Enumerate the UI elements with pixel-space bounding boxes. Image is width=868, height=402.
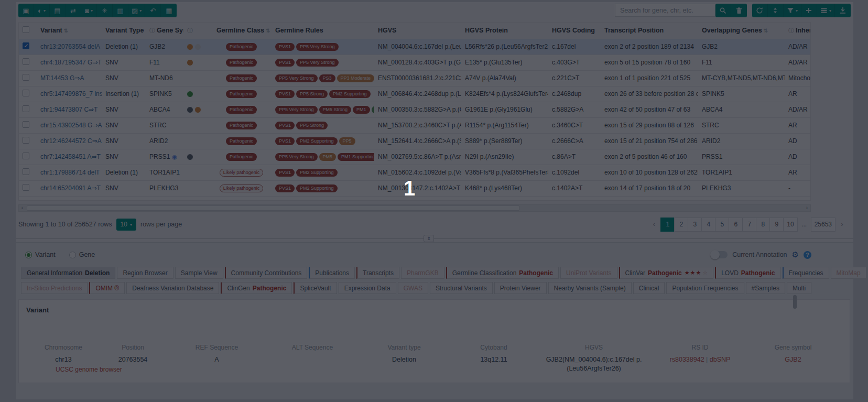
tab-omim[interactable]: OMIM ®	[89, 282, 125, 294]
table-row[interactable]: chr13:20763554 delADeletion (1)GJB2Patho…	[19, 39, 811, 55]
row-checkbox[interactable]	[23, 90, 29, 96]
variant-link[interactable]: chr15:43902548 G⇒A	[40, 122, 102, 129]
row-checkbox[interactable]	[23, 105, 29, 112]
undo-button[interactable]: ↶	[145, 4, 161, 17]
variant-link[interactable]: chr1:179886714 delT	[40, 169, 100, 176]
tab-nearby-variants-sample[interactable]: Nearby Variants (Sample)	[548, 282, 632, 294]
tab-clinvar[interactable]: ClinVarPathogenic★★★☆	[619, 267, 714, 279]
row-checkbox[interactable]	[23, 58, 29, 65]
variant-link[interactable]: chr12:46244572 C⇒A	[40, 137, 102, 145]
tab-deafness-variation-database[interactable]: Deafness Variation Database	[126, 282, 219, 294]
export-file-button[interactable]: ▥	[113, 4, 128, 17]
search-input[interactable]	[615, 4, 715, 17]
row-checkbox[interactable]	[23, 121, 29, 128]
comments-button[interactable]: ◙▾	[81, 4, 97, 17]
tab-community-contributions[interactable]: Community Contributions	[225, 267, 308, 279]
tab-splicevault[interactable]: SpliceVault	[294, 282, 337, 294]
page-8[interactable]: 8	[756, 218, 770, 232]
tab-population-frequencies[interactable]: Population Frequencies	[666, 282, 744, 294]
variant-link[interactable]: chr14:65204091 A⇒T	[40, 184, 101, 192]
table-row[interactable]: chr7:142458451 A⇒TSNVPRSS1◉PathogenicPP5…	[19, 149, 811, 165]
clear-button[interactable]	[731, 4, 747, 17]
page-3[interactable]: 3	[688, 218, 702, 232]
field-value-link[interactable]: dbSNP	[710, 356, 731, 363]
gear-icon[interactable]: ⚙	[792, 250, 799, 259]
table-row[interactable]: chr12:46244572 C⇒ASNVARID2PathogenicPVS1…	[19, 133, 811, 149]
row-checkbox[interactable]	[23, 42, 29, 49]
tab-lovd[interactable]: LOVDPathogenic	[715, 267, 780, 279]
page-9[interactable]: 9	[769, 218, 784, 232]
filter-button[interactable]: ▾	[784, 4, 801, 17]
scroll-left-arrow[interactable]: ‹	[19, 204, 26, 212]
add-button[interactable]	[801, 4, 817, 17]
file-options-button[interactable]: ▨▾	[128, 4, 145, 17]
tab-general-information[interactable]: General InformationDeletion	[21, 267, 115, 279]
transfer-button[interactable]: ⇄	[66, 4, 81, 17]
panel-scrollbar-thumb[interactable]	[793, 295, 797, 309]
search-button[interactable]	[715, 4, 731, 17]
tab-samples[interactable]: #Samples	[746, 282, 785, 294]
tab-region-browser[interactable]: Region Browser	[117, 267, 173, 279]
tab-transcripts[interactable]: Transcripts	[356, 267, 399, 279]
select-all-checkbox[interactable]	[23, 26, 29, 33]
download-button[interactable]	[835, 4, 851, 17]
variant-link[interactable]: chr4:187195347 G⇒T	[40, 59, 102, 66]
variant-link[interactable]: chr7:142458451 A⇒T	[40, 153, 101, 160]
tab-frequencies[interactable]: Frequencies	[783, 267, 829, 279]
tab-germline-classification[interactable]: Germline ClassificationPathogenic	[446, 267, 559, 279]
row-checkbox[interactable]	[23, 184, 29, 191]
table-row[interactable]: MT:14453 G⇒ASNVMT-ND6PathogenicPP5 Very …	[19, 70, 811, 86]
resize-handle[interactable]: ⇕	[424, 235, 434, 242]
radio-variant[interactable]: Variant	[25, 251, 56, 258]
row-checkbox[interactable]	[23, 74, 29, 81]
row-checkbox[interactable]	[23, 168, 29, 175]
field-value-link[interactable]: GJB2	[785, 356, 801, 363]
next-page[interactable]: ›	[835, 218, 849, 232]
tab-protein-viewer[interactable]: Protein Viewer	[494, 282, 547, 294]
variant-highlight-button[interactable]: ✳	[97, 4, 113, 17]
page-2[interactable]: 2	[674, 218, 688, 232]
page-10[interactable]: 10	[783, 218, 797, 232]
print-button[interactable]: ▤	[50, 4, 66, 17]
current-annotation-toggle[interactable]	[711, 251, 728, 258]
table-row[interactable]: chr15:43902548 G⇒ASNVSTRCPathogenicPVS1P…	[19, 117, 811, 133]
page-1[interactable]: 1	[660, 218, 675, 232]
tab-clinical[interactable]: Clinical	[633, 282, 665, 294]
tab-structural-variants[interactable]: Structural Variants	[430, 282, 493, 294]
variant-link[interactable]: chr13:20763554 delA	[40, 43, 100, 50]
tab-sample-view[interactable]: Sample View	[175, 267, 223, 279]
tab-publications[interactable]: Publications	[309, 267, 355, 279]
tab-clingen[interactable]: ClinGenPathogenic	[221, 282, 292, 294]
variant-link[interactable]: MT:14453 G⇒A	[40, 74, 84, 82]
page-25653[interactable]: 25653	[811, 218, 836, 232]
contrast-button[interactable]: ◐▾	[34, 4, 50, 17]
table-row[interactable]: chr5:147499876_7 insAInsertion (1)SPINK5…	[19, 86, 811, 102]
refresh-button[interactable]	[752, 4, 768, 17]
variant-link[interactable]: chr5:147499876_7 insA	[40, 90, 102, 97]
scroll-right-arrow[interactable]: ›	[804, 204, 810, 212]
help-icon[interactable]: ?	[804, 251, 811, 259]
tab-expression-data[interactable]: Expression Data	[339, 282, 396, 294]
page-5[interactable]: 5	[715, 218, 729, 232]
tab-value: Pathogenic	[648, 269, 682, 277]
page-size-select[interactable]: 10 ▾	[116, 219, 136, 231]
row-checkbox[interactable]	[23, 137, 29, 144]
radio-gene[interactable]: Gene	[69, 251, 95, 258]
field-value-link[interactable]: rs80338942	[670, 356, 704, 363]
page-7[interactable]: 7	[742, 218, 756, 232]
row-checkbox[interactable]	[23, 153, 29, 159]
scrollbar-thumb[interactable]	[27, 205, 519, 211]
table-row[interactable]: chr1:94473807 C⇒TSNVABCA4PathogenicPP5 V…	[19, 102, 811, 117]
copy-button[interactable]: ▣	[18, 4, 34, 17]
table-row[interactable]: chr4:187195347 G⇒TSNVF11PathogenicPVS1PP…	[19, 55, 811, 70]
page-6[interactable]: 6	[729, 218, 743, 232]
variant-link[interactable]: chr1:94473807 C⇒T	[40, 106, 97, 113]
ucsc-genome-browser-link[interactable]: UCSC genome browser	[56, 366, 122, 373]
page-4[interactable]: 4	[701, 218, 715, 232]
prev-page[interactable]: ‹	[647, 218, 661, 232]
columns-button[interactable]: ▾	[817, 4, 835, 17]
tab-multi[interactable]: Multi	[787, 282, 811, 294]
horizontal-scrollbar[interactable]: ‹ ›	[18, 204, 811, 212]
report-table-button[interactable]: ▦	[161, 4, 177, 17]
sort-button[interactable]	[768, 4, 784, 17]
